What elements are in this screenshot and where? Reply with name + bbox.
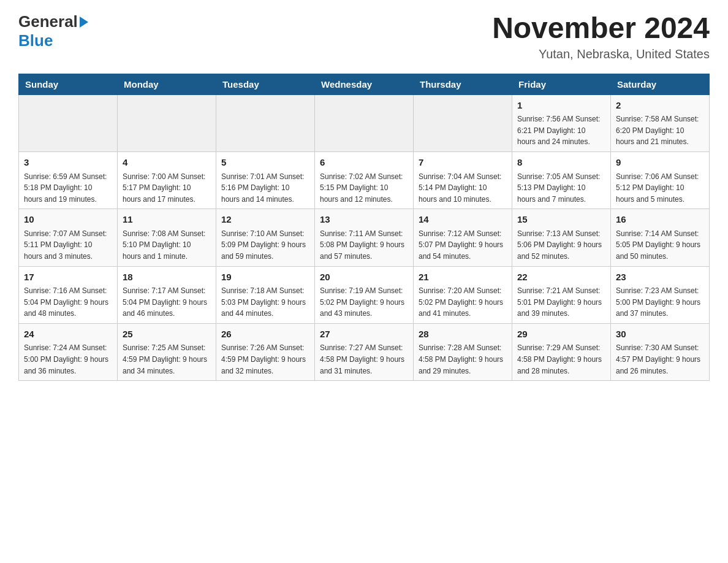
day-number: 19: [221, 270, 309, 285]
weekday-header-saturday: Saturday: [611, 74, 710, 94]
calendar-cell: [216, 94, 315, 151]
logo-triangle-icon: [80, 17, 88, 28]
calendar-week-row: 24Sunrise: 7:24 AM Sunset: 5:00 PM Dayli…: [19, 323, 710, 380]
day-number: 27: [320, 327, 408, 342]
calendar-cell: 6Sunrise: 7:02 AM Sunset: 5:15 PM Daylig…: [315, 152, 414, 209]
day-number: 14: [419, 213, 507, 227]
day-info: Sunrise: 7:01 AM Sunset: 5:16 PM Dayligh…: [221, 171, 309, 205]
day-info: Sunrise: 7:20 AM Sunset: 5:02 PM Dayligh…: [419, 285, 507, 320]
day-info: Sunrise: 7:11 AM Sunset: 5:08 PM Dayligh…: [320, 228, 408, 262]
day-number: 3: [24, 156, 112, 170]
day-number: 12: [221, 213, 309, 227]
calendar-cell: 21Sunrise: 7:20 AM Sunset: 5:02 PM Dayli…: [414, 266, 512, 323]
calendar-cell: 20Sunrise: 7:19 AM Sunset: 5:02 PM Dayli…: [315, 266, 414, 323]
day-info: Sunrise: 7:17 AM Sunset: 5:04 PM Dayligh…: [123, 285, 211, 320]
calendar-cell: [118, 94, 216, 151]
calendar-cell: 24Sunrise: 7:24 AM Sunset: 5:00 PM Dayli…: [19, 323, 118, 380]
calendar-cell: 25Sunrise: 7:25 AM Sunset: 4:59 PM Dayli…: [118, 323, 216, 380]
weekday-header-monday: Monday: [118, 74, 216, 94]
logo-blue-text: Blue: [18, 31, 53, 50]
calendar-cell: 14Sunrise: 7:12 AM Sunset: 5:07 PM Dayli…: [414, 209, 512, 266]
day-info: Sunrise: 7:25 AM Sunset: 4:59 PM Dayligh…: [123, 342, 211, 377]
calendar-cell: 17Sunrise: 7:16 AM Sunset: 5:04 PM Dayli…: [19, 266, 118, 323]
day-info: Sunrise: 7:10 AM Sunset: 5:09 PM Dayligh…: [221, 228, 309, 262]
day-info: Sunrise: 7:58 AM Sunset: 6:20 PM Dayligh…: [616, 113, 704, 148]
weekday-header-tuesday: Tuesday: [216, 74, 315, 94]
calendar-cell: 5Sunrise: 7:01 AM Sunset: 5:16 PM Daylig…: [216, 152, 315, 209]
calendar-cell: 19Sunrise: 7:18 AM Sunset: 5:03 PM Dayli…: [216, 266, 315, 323]
day-number: 25: [123, 327, 211, 342]
day-number: 13: [320, 213, 408, 227]
day-number: 18: [123, 270, 211, 285]
day-info: Sunrise: 7:26 AM Sunset: 4:59 PM Dayligh…: [221, 342, 309, 377]
day-info: Sunrise: 7:05 AM Sunset: 5:13 PM Dayligh…: [517, 171, 605, 205]
day-number: 20: [320, 270, 408, 285]
weekday-header-thursday: Thursday: [414, 74, 512, 94]
calendar-cell: 27Sunrise: 7:27 AM Sunset: 4:58 PM Dayli…: [315, 323, 414, 380]
title-block: November 2024 Yutan, Nebraska, United St…: [492, 12, 710, 61]
day-number: 16: [616, 213, 704, 227]
calendar-cell: 7Sunrise: 7:04 AM Sunset: 5:14 PM Daylig…: [414, 152, 512, 209]
calendar-cell: 23Sunrise: 7:23 AM Sunset: 5:00 PM Dayli…: [611, 266, 710, 323]
day-number: 6: [320, 156, 408, 170]
day-number: 30: [616, 327, 704, 342]
calendar-cell: 12Sunrise: 7:10 AM Sunset: 5:09 PM Dayli…: [216, 209, 315, 266]
calendar-cell: 8Sunrise: 7:05 AM Sunset: 5:13 PM Daylig…: [512, 152, 611, 209]
day-info: Sunrise: 6:59 AM Sunset: 5:18 PM Dayligh…: [24, 171, 112, 205]
day-number: 1: [517, 99, 605, 113]
day-info: Sunrise: 7:28 AM Sunset: 4:58 PM Dayligh…: [419, 342, 507, 377]
calendar-table: SundayMondayTuesdayWednesdayThursdayFrid…: [18, 74, 710, 381]
day-info: Sunrise: 7:16 AM Sunset: 5:04 PM Dayligh…: [24, 285, 112, 320]
calendar-cell: 13Sunrise: 7:11 AM Sunset: 5:08 PM Dayli…: [315, 209, 414, 266]
calendar-cell: 1Sunrise: 7:56 AM Sunset: 6:21 PM Daylig…: [512, 94, 611, 151]
day-number: 23: [616, 270, 704, 285]
day-number: 11: [123, 213, 211, 227]
day-number: 26: [221, 327, 309, 342]
calendar-cell: 9Sunrise: 7:06 AM Sunset: 5:12 PM Daylig…: [611, 152, 710, 209]
weekday-header-friday: Friday: [512, 74, 611, 94]
calendar-week-row: 17Sunrise: 7:16 AM Sunset: 5:04 PM Dayli…: [19, 266, 710, 323]
calendar-cell: 15Sunrise: 7:13 AM Sunset: 5:06 PM Dayli…: [512, 209, 611, 266]
calendar-cell: 4Sunrise: 7:00 AM Sunset: 5:17 PM Daylig…: [118, 152, 216, 209]
day-info: Sunrise: 7:08 AM Sunset: 5:10 PM Dayligh…: [123, 228, 211, 262]
day-number: 7: [419, 156, 507, 170]
calendar-cell: 16Sunrise: 7:14 AM Sunset: 5:05 PM Dayli…: [611, 209, 710, 266]
calendar-week-row: 3Sunrise: 6:59 AM Sunset: 5:18 PM Daylig…: [19, 152, 710, 209]
day-number: 28: [419, 327, 507, 342]
day-number: 4: [123, 156, 211, 170]
day-info: Sunrise: 7:13 AM Sunset: 5:06 PM Dayligh…: [517, 228, 605, 262]
day-info: Sunrise: 7:06 AM Sunset: 5:12 PM Dayligh…: [616, 171, 704, 205]
day-number: 2: [616, 99, 704, 113]
calendar-cell: 10Sunrise: 7:07 AM Sunset: 5:11 PM Dayli…: [19, 209, 118, 266]
day-info: Sunrise: 7:18 AM Sunset: 5:03 PM Dayligh…: [221, 285, 309, 320]
calendar-cell: 22Sunrise: 7:21 AM Sunset: 5:01 PM Dayli…: [512, 266, 611, 323]
day-number: 10: [24, 213, 112, 227]
day-info: Sunrise: 7:00 AM Sunset: 5:17 PM Dayligh…: [123, 171, 211, 205]
day-info: Sunrise: 7:23 AM Sunset: 5:00 PM Dayligh…: [616, 285, 704, 320]
calendar-week-row: 1Sunrise: 7:56 AM Sunset: 6:21 PM Daylig…: [19, 94, 710, 151]
month-title: November 2024: [492, 12, 710, 45]
day-number: 22: [517, 270, 605, 285]
day-number: 17: [24, 270, 112, 285]
day-number: 15: [517, 213, 605, 227]
weekday-header-wednesday: Wednesday: [315, 74, 414, 94]
day-info: Sunrise: 7:07 AM Sunset: 5:11 PM Dayligh…: [24, 228, 112, 262]
day-number: 8: [517, 156, 605, 170]
calendar-cell: [19, 94, 118, 151]
day-info: Sunrise: 7:24 AM Sunset: 5:00 PM Dayligh…: [24, 342, 112, 377]
calendar-week-row: 10Sunrise: 7:07 AM Sunset: 5:11 PM Dayli…: [19, 209, 710, 266]
calendar-cell: 3Sunrise: 6:59 AM Sunset: 5:18 PM Daylig…: [19, 152, 118, 209]
day-info: Sunrise: 7:56 AM Sunset: 6:21 PM Dayligh…: [517, 113, 605, 148]
day-number: 9: [616, 156, 704, 170]
day-info: Sunrise: 7:14 AM Sunset: 5:05 PM Dayligh…: [616, 228, 704, 262]
calendar-cell: [315, 94, 414, 151]
calendar-header-row: SundayMondayTuesdayWednesdayThursdayFrid…: [19, 74, 710, 94]
calendar-cell: 26Sunrise: 7:26 AM Sunset: 4:59 PM Dayli…: [216, 323, 315, 380]
page-header: General Blue November 2024 Yutan, Nebras…: [18, 12, 710, 61]
calendar-cell: 29Sunrise: 7:29 AM Sunset: 4:58 PM Dayli…: [512, 323, 611, 380]
day-number: 29: [517, 327, 605, 342]
day-info: Sunrise: 7:04 AM Sunset: 5:14 PM Dayligh…: [419, 171, 507, 205]
day-info: Sunrise: 7:27 AM Sunset: 4:58 PM Dayligh…: [320, 342, 408, 377]
calendar-cell: 11Sunrise: 7:08 AM Sunset: 5:10 PM Dayli…: [118, 209, 216, 266]
day-info: Sunrise: 7:19 AM Sunset: 5:02 PM Dayligh…: [320, 285, 408, 320]
